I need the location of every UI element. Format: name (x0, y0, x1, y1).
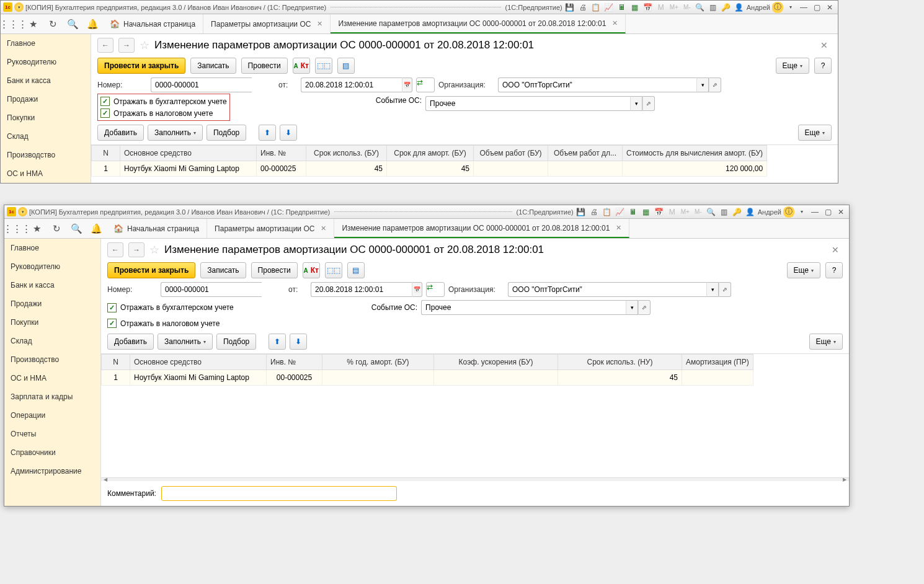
info-chevron-icon[interactable]: ▾ (796, 206, 807, 218)
post-close-button[interactable]: Провести и закрыть (107, 262, 195, 278)
m-label[interactable]: M (655, 2, 667, 13)
tab-close-icon[interactable]: ✕ (321, 224, 326, 232)
clipboard-icon[interactable]: 📋 (602, 206, 613, 218)
add-button[interactable]: Добавить (107, 334, 154, 350)
sidebar-item[interactable]: ОС и НМА (1, 164, 91, 183)
fill-button[interactable]: Заполнить▾ (158, 334, 213, 350)
col-term-amort[interactable]: Срок для аморт. (БУ) (387, 146, 474, 161)
help-button[interactable]: ? (825, 262, 843, 278)
user-icon[interactable]: 👤 (734, 2, 745, 13)
panels-icon[interactable]: ▥ (719, 206, 730, 218)
move-down-button[interactable]: ⬇ (280, 125, 297, 141)
sidebar-item[interactable]: Банк и касса (1, 71, 91, 90)
spreadsheet-icon[interactable]: ▦ (629, 2, 641, 13)
nu-checkbox[interactable]: ✓ (107, 319, 117, 328)
nu-checkbox[interactable]: ✓ (100, 108, 110, 118)
print-icon[interactable]: 🖨 (577, 2, 589, 13)
tab-change[interactable]: Изменение параметров амортизации ОС 0000… (334, 219, 629, 238)
fill-button[interactable]: Заполнить▾ (148, 125, 203, 141)
close-icon[interactable]: ✕ (824, 2, 835, 13)
cell-term-bu[interactable]: 45 (306, 161, 387, 177)
col-pct[interactable]: % год. аморт. (БУ) (322, 355, 434, 370)
tab-change[interactable]: Изменение параметров амортизации ОС 0000… (331, 14, 626, 33)
sidebar-item[interactable]: Главное (1, 34, 91, 53)
post-close-button[interactable]: Провести и закрыть (97, 58, 185, 74)
info-chevron-icon[interactable]: ▾ (785, 2, 796, 13)
sidebar-item[interactable]: Склад (4, 332, 100, 350)
org-dropdown-button[interactable]: ▾ (696, 77, 709, 92)
sidebar-item[interactable]: Банк и касса (4, 276, 100, 294)
maximize-icon[interactable]: ▢ (822, 206, 833, 218)
bu-checkbox[interactable]: ✓ (107, 303, 117, 312)
sidebar-item[interactable]: Главное (4, 239, 100, 257)
sidebar-item[interactable]: Производство (1, 146, 91, 164)
sidebar-item[interactable]: Покупки (4, 313, 100, 332)
dtkt-button[interactable]: АКт (293, 58, 310, 74)
zoom-icon[interactable]: 🔍 (706, 206, 717, 218)
event-input[interactable] (425, 96, 630, 111)
forward-button[interactable]: → (118, 38, 135, 53)
bell-icon[interactable]: 🔔 (86, 219, 106, 238)
tab-home[interactable]: 🏠Начальная страница (102, 14, 203, 33)
attach-button[interactable]: ▤ (337, 58, 355, 74)
cell-inv[interactable]: 00-000025 (257, 161, 306, 177)
calc-icon[interactable]: 🖩 (628, 206, 639, 218)
app-menu-dropdown-icon[interactable]: ▾ (14, 2, 24, 12)
tab-close-icon[interactable]: ✕ (616, 224, 621, 232)
save-icon[interactable]: 💾 (575, 206, 587, 218)
cell-inv[interactable]: 00-000025 (267, 370, 322, 386)
cell-term-amort[interactable]: 45 (387, 161, 474, 177)
link-button[interactable]: ⇄ (426, 282, 445, 297)
org-open-button[interactable]: ⬀ (709, 77, 721, 92)
cell-cost[interactable]: 120 000,00 (623, 161, 767, 177)
sidebar-item[interactable]: Отчеты (4, 425, 100, 443)
cell-asset[interactable]: Ноутбук Xiaomi Mi Gaming Laptop (120, 161, 257, 177)
col-asset[interactable]: Основное средство (120, 146, 257, 161)
info-icon[interactable]: ⓘ (783, 206, 794, 218)
sidebar-item[interactable]: Руководителю (1, 53, 91, 71)
event-open-button[interactable]: ⬀ (638, 300, 651, 315)
close-icon[interactable]: ✕ (835, 206, 846, 218)
bell-icon[interactable]: 🔔 (82, 15, 102, 33)
sidebar-item[interactable]: Операции (4, 406, 100, 425)
maximize-icon[interactable]: ▢ (811, 2, 822, 13)
col-n[interactable]: N (92, 146, 120, 161)
org-input[interactable] (498, 77, 696, 92)
help-button[interactable]: ? (814, 58, 832, 74)
post-button[interactable]: Провести (241, 58, 288, 74)
cell-asset[interactable]: Ноутбук Xiaomi Mi Gaming Laptop (130, 370, 267, 386)
col-amort-pr[interactable]: Амортизация (ПР) (682, 355, 753, 370)
calendar-icon[interactable]: 📅 (654, 206, 665, 218)
history-icon[interactable]: ↻ (43, 15, 63, 33)
move-up-button[interactable]: ⬆ (259, 125, 276, 141)
print-icon[interactable]: 🖨 (589, 206, 600, 218)
event-dropdown-button[interactable]: ▾ (626, 300, 638, 315)
key-icon[interactable]: 🔑 (732, 206, 743, 218)
sidebar-item[interactable]: Склад (1, 127, 91, 146)
record-button[interactable]: Записать (190, 58, 236, 74)
col-vol1[interactable]: Объем работ (БУ) (474, 146, 548, 161)
event-open-button[interactable]: ⬀ (642, 96, 655, 111)
col-cost[interactable]: Стоимость для вычисления аморт. (БУ) (623, 146, 767, 161)
col-inv[interactable]: Инв. № (267, 355, 322, 370)
sidebar-item[interactable]: Продажи (1, 90, 91, 108)
mminus-label[interactable]: M- (693, 206, 704, 218)
mplus-label[interactable]: M+ (680, 206, 691, 218)
panels-icon[interactable]: ▥ (708, 2, 719, 13)
link-button[interactable]: ⇄ (416, 77, 435, 92)
move-up-button[interactable]: ⬆ (269, 334, 286, 350)
cell-koef[interactable] (434, 370, 558, 386)
date-input[interactable] (301, 77, 402, 92)
back-button[interactable]: ← (97, 38, 113, 53)
table-more-button[interactable]: Еще▾ (809, 334, 843, 350)
page-close-icon[interactable]: ✕ (820, 40, 828, 50)
sidebar-item[interactable]: Администрирование (4, 462, 100, 480)
tab-params[interactable]: Параметры амортизации ОС✕ (207, 219, 334, 238)
tab-home[interactable]: 🏠Начальная страница (106, 219, 207, 238)
search-icon[interactable]: 🔍 (63, 15, 82, 33)
table-more-button[interactable]: Еще▾ (798, 125, 832, 141)
more-button[interactable]: Еще▾ (776, 58, 809, 74)
apps-grid-icon[interactable]: ⋮⋮⋮ (3, 15, 23, 33)
chart-icon[interactable]: 📈 (603, 2, 615, 13)
info-icon[interactable]: ⓘ (772, 2, 783, 13)
